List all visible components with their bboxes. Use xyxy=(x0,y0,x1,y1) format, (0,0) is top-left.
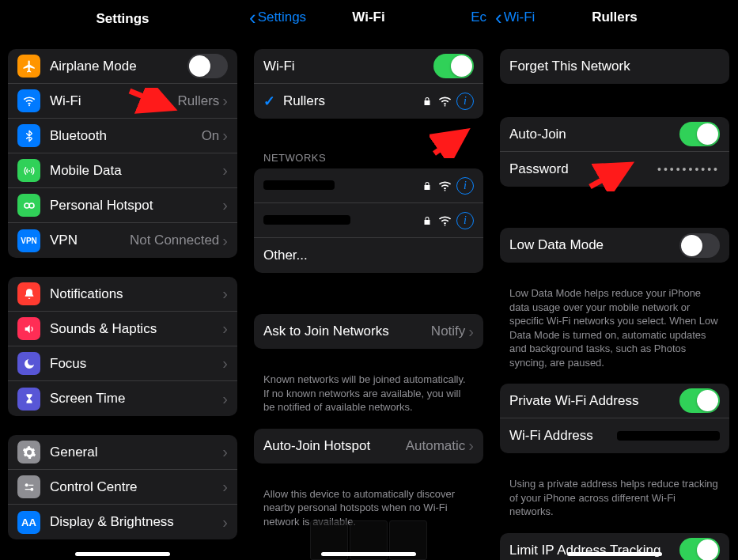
row-label: Low Data Mode xyxy=(509,237,679,253)
row-wifi[interactable]: Wi-Fi Rullers › xyxy=(8,84,237,119)
row-wifi-toggle[interactable]: Wi-Fi xyxy=(254,49,483,84)
row-value: Notify xyxy=(431,324,465,339)
airplane-icon xyxy=(17,55,40,78)
row-label: Notifications xyxy=(50,286,222,302)
row-label: VPN xyxy=(50,233,130,248)
row-airplane-mode[interactable]: Airplane Mode xyxy=(8,49,237,84)
airplane-toggle[interactable] xyxy=(187,54,228,78)
chevron-right-icon: › xyxy=(222,478,228,496)
info-icon[interactable]: i xyxy=(456,93,474,110)
row-other-network[interactable]: Other... xyxy=(254,238,483,273)
chevron-left-icon: ‹ xyxy=(249,6,256,30)
nav-bar: ‹ Settings Wi-Fi Ec xyxy=(246,0,491,35)
row-control-centre[interactable]: Control Centre › xyxy=(8,470,237,505)
info-icon[interactable]: i xyxy=(456,212,474,229)
limit-ip-toggle[interactable] xyxy=(679,538,720,560)
svg-point-1 xyxy=(28,170,30,172)
chevron-right-icon: › xyxy=(222,196,228,214)
wifi-icon xyxy=(17,89,40,112)
settings-group-notifications: Notifications › Sounds & Haptics › Focus… xyxy=(8,277,237,416)
vpn-icon: VPN xyxy=(17,229,40,252)
row-network-item[interactable]: i xyxy=(254,203,483,238)
row-label: Private Wi-Fi Address xyxy=(509,393,679,409)
checkmark-icon: ✓ xyxy=(263,93,275,110)
bluetooth-icon xyxy=(17,124,40,147)
svg-point-2 xyxy=(25,203,29,208)
row-screentime[interactable]: Screen Time › xyxy=(8,381,237,416)
row-auto-join[interactable]: Auto-Join xyxy=(500,117,729,152)
private-addr-group: Private Wi-Fi Address Wi-Fi Address xyxy=(500,384,729,453)
row-sounds[interactable]: Sounds & Haptics › xyxy=(8,312,237,346)
row-wifi-address[interactable]: Wi-Fi Address xyxy=(500,418,729,453)
row-label: Bluetooth xyxy=(50,128,202,144)
join-password-group: Auto-Join Password •••••••••• xyxy=(500,117,729,187)
antenna-icon xyxy=(17,159,40,182)
back-button[interactable]: ‹ Wi-Fi xyxy=(492,6,535,30)
row-vpn[interactable]: VPN VPN Not Connected › xyxy=(8,223,237,258)
row-label: Airplane Mode xyxy=(50,59,187,74)
row-personal-hotspot[interactable]: Personal Hotspot › xyxy=(8,188,237,223)
chevron-right-icon: › xyxy=(222,92,228,110)
row-forget-network[interactable]: Forget This Network xyxy=(500,49,729,84)
row-low-data[interactable]: Low Data Mode xyxy=(500,228,729,263)
forget-group: Forget This Network xyxy=(500,49,729,84)
row-value: Rullers xyxy=(177,93,219,109)
row-ask-join[interactable]: Ask to Join Networks Notify › xyxy=(254,314,483,349)
lock-icon xyxy=(422,215,432,226)
row-network-item[interactable]: i xyxy=(254,168,483,203)
row-label: Focus xyxy=(50,356,222,372)
row-general[interactable]: General › xyxy=(8,435,237,470)
chevron-right-icon: › xyxy=(222,232,228,250)
lowdata-footer: Low Data Mode helps reduce your iPhone d… xyxy=(492,282,737,384)
chevron-right-icon: › xyxy=(222,354,228,373)
row-label: Screen Time xyxy=(50,391,222,407)
lowdata-group: Low Data Mode xyxy=(500,228,729,263)
row-connected-network[interactable]: ✓ Rullers i xyxy=(254,84,483,119)
ask-join-group: Ask to Join Networks Notify › xyxy=(254,314,483,349)
wifi-signal-icon xyxy=(438,215,452,226)
settings-group-general: General › Control Centre › AA Display & … xyxy=(8,435,237,539)
svg-point-9 xyxy=(445,189,446,191)
private-addr-toggle[interactable] xyxy=(679,388,720,413)
lock-icon xyxy=(422,180,432,191)
row-display[interactable]: AA Display & Brightness › xyxy=(8,505,237,539)
row-bluetooth[interactable]: Bluetooth On › xyxy=(8,119,237,153)
autojoin-toggle[interactable] xyxy=(679,122,720,146)
row-notifications[interactable]: Notifications › xyxy=(8,277,237,312)
autojoin-hotspot-group: Auto-Join Hotspot Automatic › xyxy=(254,429,483,464)
row-label: Password xyxy=(509,161,657,177)
row-password[interactable]: Password •••••••••• xyxy=(500,152,729,187)
settings-pane: Settings Airplane Mode Wi-Fi Rullers › B… xyxy=(0,0,246,560)
svg-point-3 xyxy=(29,203,34,208)
row-label: Mobile Data xyxy=(50,163,222,179)
password-value: •••••••••• xyxy=(657,163,720,176)
row-autojoin-hotspot[interactable]: Auto-Join Hotspot Automatic › xyxy=(254,429,483,464)
row-private-addr[interactable]: Private Wi-Fi Address xyxy=(500,384,729,418)
row-value: Automatic xyxy=(406,438,466,454)
chevron-right-icon: › xyxy=(222,285,228,303)
row-label: General xyxy=(50,445,222,460)
row-label: Wi-Fi Address xyxy=(509,428,617,444)
svg-point-5 xyxy=(31,488,33,490)
row-mobile-data[interactable]: Mobile Data › xyxy=(8,153,237,188)
chevron-right-icon: › xyxy=(222,513,228,532)
chevron-right-icon: › xyxy=(222,161,228,180)
chevron-right-icon: › xyxy=(222,443,228,461)
row-label: Wi-Fi xyxy=(263,59,433,74)
info-icon[interactable]: i xyxy=(456,177,474,195)
bell-icon xyxy=(17,282,40,305)
page-title: Settings xyxy=(0,0,245,35)
home-indicator xyxy=(321,552,416,556)
wifi-toggle[interactable] xyxy=(433,54,474,78)
networks-group: i i Other... xyxy=(254,168,483,273)
nav-right-truncated[interactable]: Ec xyxy=(471,9,486,25)
row-label: Auto-Join xyxy=(509,127,679,142)
controls-icon xyxy=(17,475,40,498)
lowdata-toggle[interactable] xyxy=(679,233,720,258)
row-focus[interactable]: Focus › xyxy=(8,346,237,381)
back-button[interactable]: ‹ Settings xyxy=(246,6,306,30)
row-label: Rullers xyxy=(283,93,422,109)
row-label: Ask to Join Networks xyxy=(263,324,431,339)
network-indicators xyxy=(422,180,452,191)
chevron-right-icon: › xyxy=(222,390,228,408)
